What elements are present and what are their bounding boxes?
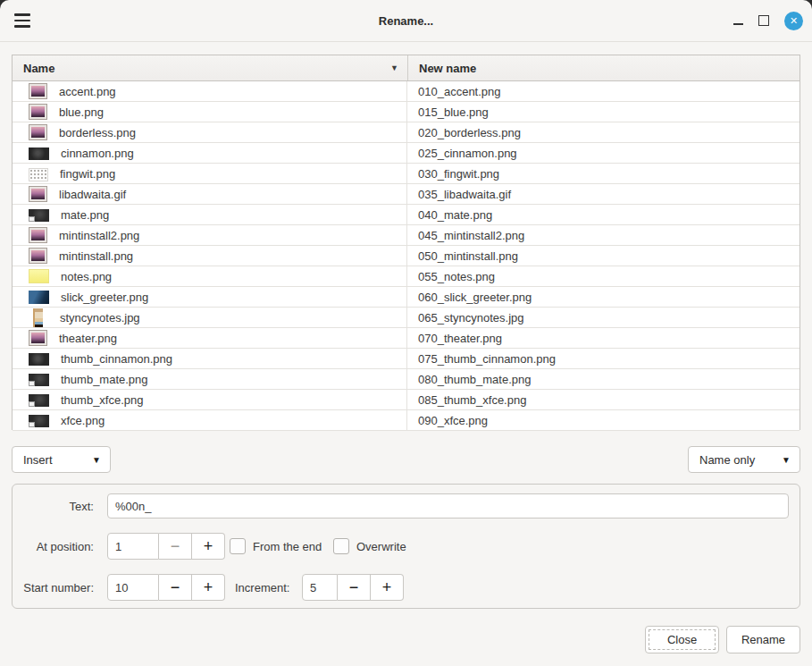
- start-number-minus-icon[interactable]: −: [159, 574, 192, 601]
- new-name-label: 080_thumb_mate.png: [418, 373, 531, 386]
- column-header-new-name[interactable]: New name: [407, 55, 799, 80]
- text-input[interactable]: [107, 493, 789, 518]
- new-name-cell: 030_fingwit.png: [407, 164, 799, 183]
- file-thumbnail-icon: [29, 104, 47, 120]
- start-number-input[interactable]: [107, 574, 159, 601]
- increment-minus-icon[interactable]: −: [338, 574, 371, 601]
- file-name-label: blue.png: [59, 105, 104, 119]
- from-the-end-checkbox[interactable]: From the end: [230, 538, 322, 554]
- new-name-label: 065_styncynotes.jpg: [418, 311, 524, 325]
- overwrite-checkbox[interactable]: Overwrite: [333, 538, 406, 554]
- file-thumbnail-icon: [29, 148, 49, 160]
- at-position-plus-icon[interactable]: +: [192, 533, 225, 560]
- table-row[interactable]: xfce.png 090_xfce.png: [13, 410, 799, 431]
- checkbox-box: [230, 538, 246, 554]
- file-thumbnail-icon: [29, 415, 49, 427]
- file-thumbnail-icon: [29, 124, 47, 140]
- maximize-icon[interactable]: [758, 15, 769, 26]
- file-name-cell: notes.png: [13, 266, 407, 286]
- file-thumbnail-icon: [29, 248, 47, 264]
- table-row[interactable]: accent.png 010_accent.png: [13, 81, 799, 102]
- table-row[interactable]: mintinstall.png 050_mintinstall.png: [13, 246, 799, 266]
- start-number-spinner: − +: [107, 574, 225, 601]
- file-name-label: theater.png: [59, 332, 117, 345]
- table-row[interactable]: libadwaita.gif 035_libadwaita.gif: [13, 184, 799, 205]
- new-name-label: 070_theater.png: [418, 332, 502, 345]
- new-name-label: 040_mate.png: [418, 208, 492, 222]
- file-name-cell: cinnamon.png: [13, 143, 407, 163]
- file-name-cell: mintinstall.png: [13, 246, 407, 266]
- file-name-label: mate.png: [61, 208, 109, 222]
- file-name-label: xfce.png: [61, 414, 105, 427]
- increment-plus-icon[interactable]: +: [371, 574, 404, 601]
- new-name-label: 015_blue.png: [418, 105, 489, 119]
- window-controls: ✕: [733, 0, 803, 41]
- operation-dropdown[interactable]: Insert ▼: [12, 446, 111, 473]
- close-button[interactable]: Close: [645, 626, 719, 653]
- table-row[interactable]: mate.png 040_mate.png: [13, 205, 799, 225]
- file-thumbnail-icon: [29, 353, 49, 366]
- table-header: Name ▼ New name: [13, 55, 799, 81]
- table-row[interactable]: borderless.png 020_borderless.png: [13, 122, 799, 143]
- new-name-cell: 020_borderless.png: [407, 122, 799, 142]
- titlebar: Rename... ✕: [0, 0, 812, 42]
- table-row[interactable]: thumb_mate.png 080_thumb_mate.png: [13, 369, 799, 390]
- file-name-label: thumb_mate.png: [61, 373, 148, 386]
- table-row[interactable]: theater.png 070_theater.png: [13, 328, 799, 349]
- close-window-icon[interactable]: ✕: [784, 12, 803, 30]
- table-row[interactable]: fingwit.png 030_fingwit.png: [13, 164, 799, 184]
- file-name-cell: xfce.png: [13, 410, 407, 430]
- file-thumbnail-icon: [29, 83, 47, 99]
- file-name-label: cinnamon.png: [61, 147, 134, 160]
- file-thumbnail-icon: [29, 330, 47, 346]
- from-the-end-label: From the end: [253, 540, 322, 553]
- new-name-label: 050_mintinstall.png: [418, 249, 518, 263]
- table-row[interactable]: notes.png 055_notes.png: [13, 266, 799, 287]
- file-name-cell: thumb_mate.png: [13, 369, 407, 389]
- file-thumbnail-icon: [29, 209, 49, 222]
- chevron-down-icon: ▼: [782, 455, 791, 465]
- new-name-cell: 045_mintinstall2.png: [407, 225, 799, 245]
- at-position-input[interactable]: [107, 533, 159, 560]
- increment-label: Increment:: [235, 581, 289, 594]
- file-name-cell: blue.png: [13, 102, 407, 122]
- file-thumbnail-icon: [29, 291, 49, 304]
- table-row[interactable]: styncynotes.jpg 065_styncynotes.jpg: [13, 308, 799, 328]
- rename-preview-table: Name ▼ New name accent.png 010_accent.pn…: [12, 55, 800, 430]
- new-name-cell: 035_libadwaita.gif: [407, 184, 799, 204]
- file-thumbnail-icon: [29, 186, 47, 202]
- file-table-body: accent.png 010_accent.png blue.png 015_b…: [13, 81, 799, 431]
- file-name-cell: theater.png: [13, 328, 407, 348]
- file-name-label: styncynotes.jpg: [60, 311, 140, 325]
- file-thumbnail-icon: [29, 227, 47, 243]
- table-row[interactable]: cinnamon.png 025_cinnamon.png: [13, 143, 799, 164]
- table-row[interactable]: thumb_xfce.png 085_thumb_xfce.png: [13, 390, 799, 410]
- new-name-label: 025_cinnamon.png: [418, 147, 517, 160]
- new-name-cell: 025_cinnamon.png: [407, 143, 799, 163]
- at-position-label: At position:: [0, 540, 94, 553]
- at-position-spinner: − +: [107, 533, 225, 560]
- overwrite-label: Overwrite: [356, 540, 406, 553]
- at-position-minus-icon[interactable]: −: [159, 533, 192, 560]
- table-row[interactable]: thumb_cinnamon.png 075_thumb_cinnamon.pn…: [13, 349, 799, 369]
- start-number-plus-icon[interactable]: +: [192, 574, 225, 601]
- window-title: Rename...: [0, 14, 812, 28]
- column-header-name[interactable]: Name ▼: [13, 55, 407, 80]
- column-name-label: Name: [23, 62, 54, 75]
- new-name-cell: 040_mate.png: [407, 205, 799, 224]
- menu-hamburger-icon[interactable]: [14, 13, 30, 28]
- file-thumbnail-icon: [29, 168, 48, 181]
- new-name-cell: 080_thumb_mate.png: [407, 369, 799, 389]
- scope-dropdown[interactable]: Name only ▼: [688, 446, 800, 473]
- new-name-cell: 090_xfce.png: [407, 410, 799, 430]
- file-name-cell: accent.png: [13, 81, 407, 101]
- sort-descending-icon[interactable]: ▼: [390, 63, 398, 72]
- table-row[interactable]: mintinstall2.png 045_mintinstall2.png: [13, 225, 799, 246]
- rename-button[interactable]: Rename: [726, 626, 800, 653]
- new-name-label: 030_fingwit.png: [418, 167, 499, 181]
- new-name-label: 035_libadwaita.gif: [418, 188, 511, 201]
- table-row[interactable]: slick_greeter.png 060_slick_greeter.png: [13, 287, 799, 308]
- increment-input[interactable]: [302, 574, 338, 601]
- minimize-icon[interactable]: [733, 23, 743, 25]
- table-row[interactable]: blue.png 015_blue.png: [13, 102, 799, 122]
